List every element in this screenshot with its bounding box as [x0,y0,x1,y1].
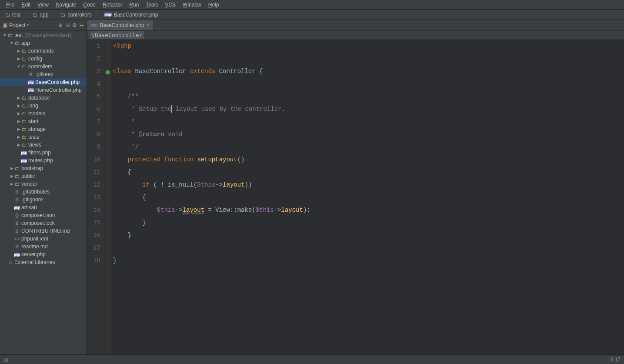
tree-node-bootstrap[interactable]: ▶🗀bootstrap [0,164,87,172]
line-number[interactable]: 6 [87,103,100,116]
tree-node-views[interactable]: ▶🗀views [0,141,87,149]
code-line[interactable]: { [113,166,624,179]
code-line[interactable]: } [113,229,624,242]
line-number[interactable]: 7 [87,116,100,128]
code-line[interactable]: { [113,191,624,204]
tree-node-test[interactable]: ▼🗀test(D:\wamp\www\test) [0,31,87,39]
code-line[interactable]: * Setup the layout used by the controlle… [113,103,624,116]
line-number[interactable]: 18 [87,254,100,267]
tree-node-routes-php[interactable]: phproutes.php [0,157,87,164]
tree-node-vendor[interactable]: ▶🗀vendor [0,180,87,188]
tree-node-controllers[interactable]: ▼🗀controllers [0,63,87,70]
tree-node-filters-php[interactable]: phpfilters.php [0,149,87,157]
tree-arrow-icon[interactable]: ▶ [17,96,21,100]
tree-node-contributing-md[interactable]: 🗎CONTRIBUTING.md [0,227,87,235]
tree-node-config[interactable]: ▶🗀config [0,55,87,63]
menu-code[interactable]: Code [80,1,99,9]
collapse-all-icon[interactable]: ⇲ [65,22,70,28]
code-content[interactable]: <?phpclass BaseController extends Contro… [111,40,624,354]
crumb-BaseController-php[interactable]: phpBaseController.php [101,11,161,19]
code-line[interactable]: * @return void [113,128,624,141]
menu-run[interactable]: Run [126,1,142,9]
menu-view[interactable]: View [34,1,52,9]
line-number[interactable]: 11 [87,166,100,179]
code-line[interactable]: /** [113,90,624,103]
tree-node-artisan[interactable]: phpartisan [0,204,87,211]
tree-node-models[interactable]: ▶🗀models [0,110,87,117]
tree-arrow-icon[interactable]: ▶ [10,166,14,170]
tree-arrow-icon[interactable]: ▶ [17,57,21,61]
tree-arrow-icon[interactable]: ▶ [17,49,21,53]
tree-node-database[interactable]: ▶🗀database [0,94,87,102]
tree-arrow-icon[interactable]: ▶ [17,127,21,131]
line-number[interactable]: 2 [87,53,100,65]
line-number[interactable]: 10 [87,154,100,166]
code-line[interactable]: <?php [113,40,624,53]
code-line[interactable]: protected function setupLayout() [113,154,624,166]
tree-node-composer-lock[interactable]: 🗎composer.lock [0,219,87,227]
code-line[interactable]: } [113,254,624,267]
code-line[interactable]: } [113,217,624,229]
tree-node-start[interactable]: ▶🗀start [0,117,87,125]
tree-node-app[interactable]: ▼🗀app [0,39,87,47]
cursor-position[interactable]: 6:17 [611,357,621,363]
menu-vcs[interactable]: VCS [161,1,179,9]
scroll-from-source-icon[interactable]: ⊕ [58,22,63,28]
code-line[interactable]: class BaseController extends Controller … [113,65,624,78]
hide-icon[interactable]: ↦ [80,22,84,28]
tree-arrow-icon[interactable]: ▶ [17,104,21,108]
tree-arrow-icon[interactable]: ▶ [17,135,21,139]
menu-edit[interactable]: Edit [18,1,34,9]
tree-node-tests[interactable]: ▶🗀tests [0,133,87,141]
tree-node-storage[interactable]: ▶🗀storage [0,125,87,133]
tree-arrow-icon[interactable]: ▶ [10,174,14,178]
tree-node-basecontroller-php[interactable]: phpBaseController.php [0,78,87,86]
line-number[interactable]: 1 [87,40,100,53]
tree-arrow-icon[interactable]: ▼ [10,41,14,45]
tree-node-public[interactable]: ▶🗀public [0,172,87,180]
line-number[interactable]: 5 [87,90,100,103]
code-line[interactable] [113,78,624,90]
crumb-test[interactable]: 🗀test [3,11,23,19]
tree-arrow-icon[interactable]: ▶ [17,111,21,116]
tree-arrow-icon[interactable]: ▶ [10,182,14,186]
code-line[interactable] [113,53,624,65]
tree-node-commands[interactable]: ▶🗀commands [0,47,87,55]
tree-arrow-icon[interactable]: ▼ [17,64,21,69]
menu-window[interactable]: Window [179,1,205,9]
crumb-controllers[interactable]: 🗀controllers [58,11,94,19]
tree-node-external-libraries[interactable]: ⎙External Libraries [0,258,87,266]
line-number[interactable]: 13 [87,191,100,204]
tree-node-composer-json[interactable]: {}composer.json [0,211,87,219]
status-icon[interactable]: ▤ [3,357,8,363]
code-editor[interactable]: 123456789101112131415161718 ⬤↓ <?phpclas… [87,40,624,354]
code-line[interactable]: * [113,116,624,128]
menu-help[interactable]: Help [205,1,223,9]
dropdown-icon[interactable]: ▾ [27,23,29,27]
crumb-app[interactable]: 🗀app [30,11,51,19]
settings-icon[interactable]: ⚙ [72,22,77,28]
menu-navigate[interactable]: Navigate [52,1,80,9]
menu-refactor[interactable]: Refactor [99,1,126,9]
line-number[interactable]: 4 [87,78,100,90]
code-line[interactable] [113,242,624,254]
project-tree[interactable]: ▼🗀test(D:\wamp\www\test)▼🗀app▶🗀commands▶… [0,30,87,354]
line-number[interactable]: 14 [87,204,100,217]
tree-node--gitkeep[interactable]: 🗎.gitkeep [0,70,87,78]
line-number[interactable]: 12 [87,179,100,191]
tree-arrow-icon[interactable]: ▶ [17,119,21,124]
line-number[interactable]: 3 [87,65,100,78]
tab-basecontroller[interactable]: php BaseController.php ✕ [87,20,154,30]
tree-node--gitignore[interactable]: 🗎.gitignore [0,196,87,204]
line-number[interactable]: 8 [87,128,100,141]
menu-tools[interactable]: Tools [142,1,161,9]
code-line[interactable]: if ( ! is_null($this->layout)) [113,179,624,191]
line-number[interactable]: 16 [87,229,100,242]
tree-arrow-icon[interactable]: ▶ [17,143,21,147]
line-number[interactable]: 17 [87,242,100,254]
tree-node--gitattributes[interactable]: 🗎.gitattributes [0,188,87,196]
code-line[interactable]: $this->layout = View::make($this->layout… [113,204,624,217]
menu-file[interactable]: File [3,1,18,9]
tree-node-homecontroller-php[interactable]: phpHomeController.php [0,86,87,94]
line-number[interactable]: 15 [87,217,100,229]
